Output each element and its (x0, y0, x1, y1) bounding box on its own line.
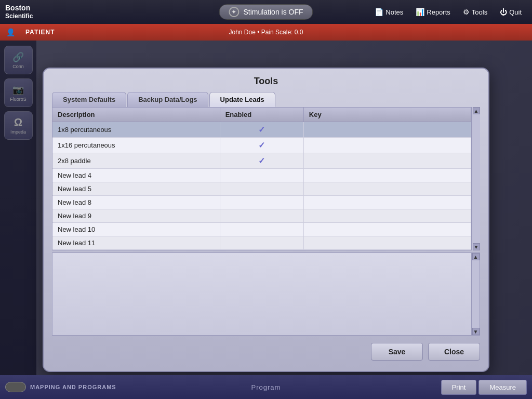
dialog-title: Tools (44, 69, 488, 92)
reports-icon: 📊 (416, 8, 424, 16)
cell-enabled (220, 182, 303, 196)
close-button[interactable]: Close (428, 343, 480, 361)
patient-icon: 👤 (6, 28, 15, 36)
notes-icon: 📄 (375, 8, 383, 16)
cell-description: New lead 11 (52, 236, 220, 250)
cell-enabled (220, 169, 303, 182)
table-row[interactable]: 1x16 percutaneous✓ (52, 138, 471, 153)
col-key: Key (303, 108, 471, 122)
cell-enabled: ✓ (220, 122, 303, 138)
cell-enabled (220, 223, 303, 236)
print-button[interactable]: Print (441, 380, 477, 395)
tab-update-leads[interactable]: Update Leads (209, 92, 275, 107)
check-icon: ✓ (258, 141, 265, 150)
cell-key (303, 223, 471, 236)
stimulation-button[interactable]: ✦ Stimulation is OFF (219, 4, 313, 20)
measure-button[interactable]: Measure (478, 380, 527, 395)
check-icon: ✓ (258, 156, 265, 165)
logo-line1: Boston (5, 4, 33, 12)
tab-backup-data[interactable]: Backup Data/Logs (127, 92, 208, 107)
table-scroll-area: Description Enabled Key 1x8 percutaneous… (52, 107, 472, 250)
cell-key (303, 122, 471, 138)
cell-key (303, 153, 471, 169)
tab-system-defaults[interactable]: System Defaults (52, 92, 126, 107)
cell-key (303, 169, 471, 182)
cell-description: New lead 5 (52, 182, 220, 196)
table-scroll-wrapper: Description Enabled Key 1x8 percutaneous… (52, 107, 480, 250)
toggle-switch[interactable] (5, 382, 26, 392)
mapping-label: MAPPING AND PROGRAMS (30, 384, 116, 390)
stimulation-label: Stimulation is OFF (243, 8, 303, 16)
cell-description: New lead 8 (52, 196, 220, 209)
nav-tools[interactable]: ⚙ Tools (458, 6, 493, 18)
leads-table: Description Enabled Key 1x8 percutaneous… (52, 108, 471, 250)
cell-key (303, 196, 471, 209)
cell-enabled: ✓ (220, 138, 303, 153)
cell-description: 1x16 percutaneous (52, 138, 220, 153)
lower-scroll-up[interactable]: ▲ (472, 253, 480, 260)
tools-icon: ⚙ (463, 8, 470, 16)
cell-description: New lead 10 (52, 223, 220, 236)
scroll-down-arrow[interactable]: ▼ (473, 243, 480, 250)
cell-description: 2x8 paddle (52, 153, 220, 169)
nav-items: 📄 Notes 📊 Reports ⚙ Tools ⏻ Quit (369, 6, 527, 18)
table-row[interactable]: New lead 8 (52, 196, 471, 209)
power-icon: ⏻ (500, 8, 507, 16)
table-row[interactable]: New lead 11 (52, 236, 471, 250)
cell-key (303, 138, 471, 153)
stimulation-icon: ✦ (229, 7, 239, 17)
main-area: 🔗 Conn 📷 FluoroS Ω Impeda Tools System D… (0, 41, 532, 399)
lower-scrollbar[interactable]: ▲ ▼ (471, 253, 480, 335)
dialog-tabs: System Defaults Backup Data/Logs Update … (44, 92, 488, 107)
table-scrollbar[interactable]: ▲ ▼ (472, 107, 480, 250)
top-bar: Boston Scientific ✦ Stimulation is OFF 📄… (0, 0, 532, 24)
cell-key (303, 209, 471, 223)
col-enabled: Enabled (220, 108, 303, 122)
cell-enabled: ✓ (220, 153, 303, 169)
table-row[interactable]: 1x8 percutaneous✓ (52, 122, 471, 138)
cell-key (303, 236, 471, 250)
lower-area: ▲ ▼ (52, 252, 480, 336)
bottombar-right: Print Measure (441, 380, 532, 395)
dialog-buttons: Save Close (44, 340, 488, 361)
save-button[interactable]: Save (371, 343, 423, 361)
modal-overlay: Tools System Defaults Backup Data/Logs U… (0, 41, 532, 399)
logo-line2: Scientific (5, 12, 33, 20)
logo: Boston Scientific (5, 4, 33, 20)
nav-reports[interactable]: 📊 Reports (410, 6, 456, 18)
tools-dialog: Tools System Defaults Backup Data/Logs U… (43, 68, 489, 372)
bottom-bar: MAPPING AND PROGRAMS Program Print Measu… (0, 375, 532, 399)
leads-tbody: 1x8 percutaneous✓1x16 percutaneous✓2x8 p… (52, 122, 471, 250)
nav-notes[interactable]: 📄 Notes (369, 6, 408, 18)
cell-description: New lead 9 (52, 209, 220, 223)
program-label: Program (251, 383, 281, 391)
table-row[interactable]: New lead 4 (52, 169, 471, 182)
patient-bar: 👤 PATIENT John Doe • Pain Scale: 0.0 (0, 24, 532, 41)
scroll-up-arrow[interactable]: ▲ (473, 107, 480, 114)
table-row[interactable]: New lead 10 (52, 223, 471, 236)
bottombar-left: MAPPING AND PROGRAMS (0, 382, 122, 392)
lower-scroll-down[interactable]: ▼ (472, 328, 480, 335)
cell-key (303, 182, 471, 196)
cell-enabled (220, 196, 303, 209)
cell-description: 1x8 percutaneous (52, 122, 220, 138)
nav-quit[interactable]: ⏻ Quit (495, 6, 527, 18)
cell-enabled (220, 236, 303, 250)
cell-enabled (220, 209, 303, 223)
logo-text: Boston Scientific (5, 4, 33, 20)
table-row[interactable]: New lead 9 (52, 209, 471, 223)
col-description: Description (52, 108, 220, 122)
check-icon: ✓ (258, 125, 265, 134)
table-row[interactable]: 2x8 paddle✓ (52, 153, 471, 169)
table-row[interactable]: New lead 5 (52, 182, 471, 196)
cell-description: New lead 4 (52, 169, 220, 182)
